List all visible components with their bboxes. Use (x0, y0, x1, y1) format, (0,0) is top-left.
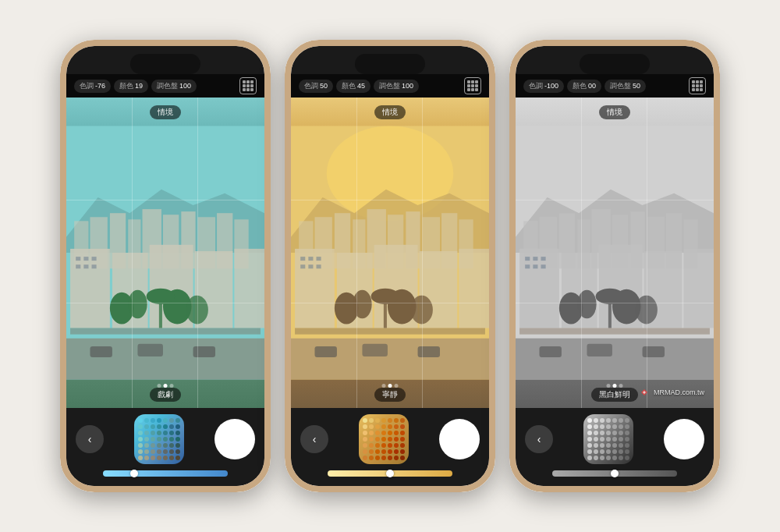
phone-1: 色調 -76 顏色 19 調色盤 100 (60, 40, 271, 492)
filter-label: 寧靜 (374, 388, 406, 402)
tone-slider[interactable] (328, 470, 452, 477)
bottom-area: ‹ (66, 408, 264, 486)
phone-3: 色調 -100 顏色 00 調色盤 50 (509, 40, 720, 492)
top-bar-controls: 色調 50 顏色 45 調色盤 100 (299, 80, 419, 93)
dot (619, 384, 623, 388)
filter-label: 黑白鮮明 (591, 388, 638, 402)
dot (382, 384, 386, 388)
control-pill: 調色盤 100 (374, 80, 419, 93)
dot (170, 384, 174, 388)
grid-icon[interactable] (239, 77, 257, 94)
dot (164, 384, 168, 388)
svg-point-28 (147, 289, 176, 304)
tone-slider-row (76, 469, 255, 478)
dot (395, 384, 399, 388)
control-pill: 顏色 19 (114, 80, 148, 93)
svg-rect-52 (300, 257, 305, 261)
svg-rect-29 (66, 339, 264, 380)
phone-2: 色調 50 顏色 45 調色盤 100 (285, 40, 495, 492)
dot (388, 384, 392, 388)
camera-view[interactable]: 情境 寧靜 (291, 98, 489, 408)
svg-rect-57 (317, 264, 321, 268)
svg-rect-98 (516, 339, 714, 380)
top-bar: 色調 -76 顏色 19 調色盤 100 (66, 74, 264, 98)
svg-rect-20 (76, 264, 80, 268)
svg-rect-102 (519, 328, 710, 335)
svg-rect-90 (533, 264, 537, 268)
control-pill: 色調 -76 (74, 80, 111, 93)
tone-slider[interactable] (103, 470, 228, 477)
palette-dots (359, 414, 409, 464)
camera-controls-row: ‹ (76, 414, 255, 464)
svg-point-63 (371, 289, 400, 304)
dynamic-island (580, 54, 650, 74)
svg-point-95 (635, 296, 657, 325)
tone-thumb (386, 470, 394, 477)
watermark-logo-icon (638, 386, 651, 399)
svg-rect-53 (308, 257, 313, 261)
camera-bg (291, 98, 489, 408)
svg-rect-31 (137, 344, 163, 356)
svg-rect-33 (70, 328, 261, 335)
svg-rect-86 (525, 257, 530, 261)
control-pill: 色調 -100 (523, 80, 564, 93)
grid-icon[interactable] (689, 77, 706, 94)
top-bar: 色調 50 顏色 45 調色盤 100 (291, 74, 489, 98)
camera-view[interactable]: 情境 黑白鮮明 MRMAD.com.tw (516, 98, 714, 408)
dynamic-island (355, 54, 425, 74)
camera-view[interactable]: 情境 戲劇 (66, 98, 264, 408)
tone-slider-row (300, 469, 480, 478)
filter-palette[interactable] (359, 414, 409, 464)
mood-badge: 情境 (599, 105, 630, 119)
svg-rect-56 (308, 264, 313, 268)
palette-dots (583, 414, 633, 464)
svg-point-24 (128, 290, 147, 319)
grid-icon[interactable] (464, 77, 481, 94)
tone-thumb (611, 470, 619, 477)
svg-rect-101 (643, 346, 665, 357)
watermark: MRMAD.com.tw (638, 386, 704, 399)
tone-slider[interactable] (552, 470, 677, 477)
svg-rect-18 (83, 257, 88, 261)
dot (613, 384, 617, 388)
svg-rect-22 (92, 264, 97, 268)
control-pill: 顏色 45 (336, 80, 370, 93)
palette-dots (134, 414, 184, 464)
bottom-area: ‹ (516, 408, 714, 486)
svg-rect-65 (314, 346, 336, 357)
mood-badge: 情境 (150, 105, 181, 119)
svg-rect-66 (362, 344, 388, 356)
svg-rect-21 (83, 264, 88, 268)
svg-rect-68 (295, 328, 485, 335)
control-pill: 色調 50 (299, 80, 333, 93)
dynamic-island (130, 54, 200, 74)
top-bar-controls: 色調 -100 顏色 00 調色盤 50 (523, 80, 646, 93)
shutter-button[interactable] (439, 419, 480, 459)
svg-rect-100 (587, 344, 612, 356)
camera-controls-row: ‹ (525, 414, 704, 464)
mood-badge: 情境 (374, 105, 406, 119)
control-pill: 調色盤 50 (604, 80, 646, 93)
camera-controls-row: ‹ (300, 414, 480, 464)
svg-rect-54 (317, 257, 321, 261)
svg-rect-85 (683, 249, 714, 328)
back-button[interactable]: ‹ (300, 425, 328, 453)
svg-rect-51 (459, 249, 489, 328)
dot-indicator (382, 384, 399, 388)
camera-bg (66, 98, 264, 408)
filter-label: 戲劇 (150, 388, 181, 402)
svg-rect-87 (533, 257, 537, 261)
filter-palette[interactable] (583, 414, 633, 464)
back-button[interactable]: ‹ (76, 425, 104, 453)
shutter-button[interactable] (664, 419, 704, 459)
back-button[interactable]: ‹ (525, 425, 553, 453)
shutter-button[interactable] (214, 419, 255, 459)
svg-point-97 (596, 289, 625, 304)
svg-point-61 (410, 296, 432, 325)
svg-rect-64 (291, 339, 489, 380)
filter-palette[interactable] (134, 414, 184, 464)
svg-point-26 (186, 296, 207, 325)
control-pill: 調色盤 100 (151, 80, 197, 93)
svg-rect-55 (300, 264, 305, 268)
top-bar-controls: 色調 -76 顏色 19 調色盤 100 (74, 80, 197, 93)
